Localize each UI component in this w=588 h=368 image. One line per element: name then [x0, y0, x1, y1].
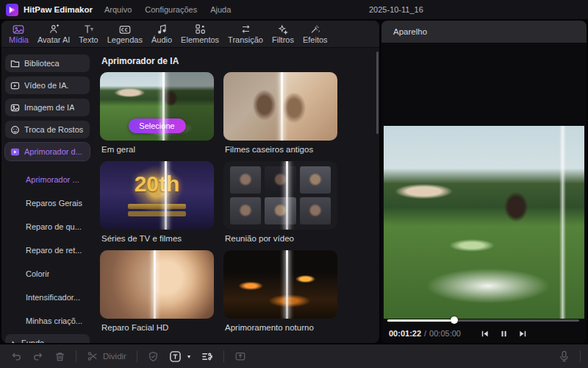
app-logo-icon — [6, 4, 18, 16]
video-preview — [384, 126, 584, 319]
slider-knob[interactable] — [451, 316, 458, 324]
document-title: 2025-10-11_16 — [369, 5, 423, 14]
tab-filtros[interactable]: Filtros — [272, 24, 294, 44]
card-thumbnail — [223, 250, 337, 319]
sidebar-item-troca-rostos[interactable]: Troca de Rostos — [5, 121, 90, 138]
video-icon — [10, 81, 20, 91]
tab-legendas[interactable]: Legendas — [107, 24, 143, 44]
split-button[interactable]: Dividir — [87, 350, 126, 362]
card-label: Filmes caseiros antigos — [223, 145, 337, 154]
delete-button[interactable] — [54, 351, 65, 362]
audio-icon — [157, 24, 168, 35]
card-filmes-caseiros[interactable]: Filmes caseiros antigos — [223, 72, 337, 154]
tab-transicao[interactable]: Transição — [228, 24, 263, 44]
sidebar-item-aprimorador[interactable]: Aprimorador d... — [5, 143, 90, 160]
sidebar-item-biblioteca[interactable]: Biblioteca — [5, 54, 90, 72]
pause-button[interactable] — [499, 329, 509, 339]
folder-icon — [10, 59, 20, 68]
card-reparo-facial[interactable]: Reparo Facial HD — [100, 250, 214, 332]
split-label: Dividir — [103, 352, 126, 361]
editor-left-pane: Mídia Avatar AI Texto Legendas Áudio Ele… — [1, 21, 379, 343]
dropdown-caret-icon: ▾ — [187, 353, 190, 360]
media-icon — [12, 24, 24, 35]
next-frame-button[interactable] — [518, 329, 528, 339]
preview-header: Aparelho — [381, 21, 587, 43]
menu-ajuda[interactable]: Ajuda — [210, 5, 231, 14]
tab-label: Avatar AI — [37, 35, 70, 44]
subitem-reparo-ret[interactable]: Reparo de ret... — [5, 238, 90, 262]
meeting-tile — [300, 166, 331, 194]
subitem-intensificador[interactable]: Intensificador... — [5, 286, 90, 309]
meeting-tile — [265, 166, 295, 194]
tab-label: Filtros — [272, 35, 294, 44]
sidebar-item-video-ia[interactable]: Vídeo de IA. — [5, 77, 90, 94]
tab-audio[interactable]: Áudio — [151, 24, 172, 44]
preview-pane: Aparelho 00:01:22 / 00:05:00 — [381, 21, 587, 343]
preview-title: Aparelho — [393, 27, 427, 36]
card-thumbnail — [100, 250, 214, 319]
card-thumbnail: 20th — [100, 161, 214, 230]
redo-button[interactable] — [32, 350, 44, 362]
left-body: Biblioteca Vídeo de IA. Imagem de IA Tro… — [1, 49, 379, 343]
menu-arquivo[interactable]: Arquivo — [104, 5, 132, 14]
tab-elementos[interactable]: Elementos — [181, 24, 219, 44]
export-button[interactable] — [234, 350, 246, 362]
time-separator: / — [424, 329, 426, 338]
previous-frame-button[interactable] — [480, 329, 490, 339]
elements-icon — [195, 24, 206, 35]
card-label: Aprimoramento noturno — [223, 323, 337, 332]
text-tool-button[interactable]: ▾ — [169, 350, 190, 363]
tab-midia[interactable]: Mídia — [9, 24, 29, 44]
timeline-toolbar: Dividir ▾ — [0, 344, 588, 368]
microphone-button[interactable] — [559, 350, 570, 362]
tab-efeitos[interactable]: Efeitos — [303, 24, 328, 44]
subitem-aprimorador[interactable]: Aprimorador ... — [5, 168, 90, 191]
captions-icon — [119, 24, 131, 35]
tab-label: Legendas — [107, 35, 143, 44]
subitem-reparo-qu[interactable]: Reparo de qu... — [5, 215, 90, 238]
select-button[interactable]: Selecione — [128, 118, 185, 133]
meeting-tile — [300, 197, 331, 224]
template-gallery: Aprimorador de IA Selecione Em geral — [94, 49, 379, 343]
card-label: Em geral — [100, 145, 214, 154]
meeting-tile — [265, 197, 295, 224]
sidebar-subitems: Aprimorador ... Reparos Gerais Reparo de… — [5, 165, 90, 334]
toolbar-divider — [580, 350, 581, 362]
card-label: Reunião por vídeo — [223, 234, 337, 243]
chevron-right-icon — [10, 340, 17, 344]
card-series-tv[interactable]: 20th Séries de TV e filmes — [100, 161, 214, 243]
subitem-minhas-criacoes[interactable]: Minhas criaçõ... — [5, 309, 90, 333]
current-time: 00:01:22 — [389, 329, 421, 338]
slider-fill — [387, 319, 454, 322]
tab-texto[interactable]: Texto — [79, 24, 98, 44]
avatar-icon — [49, 24, 60, 35]
marker-button[interactable] — [148, 351, 159, 362]
player-controls: 00:01:22 / 00:05:00 — [389, 328, 581, 339]
meeting-tile — [230, 166, 261, 194]
undo-button[interactable] — [10, 350, 22, 362]
transition-icon — [240, 24, 251, 35]
sidebar-item-fundo[interactable]: Fundo — [5, 334, 90, 343]
before-after-shade — [223, 72, 337, 141]
card-noturno[interactable]: Aprimoramento noturno — [223, 250, 337, 332]
app-name: HitPaw Edimakor — [24, 5, 93, 14]
split-list-button[interactable] — [201, 350, 213, 363]
tab-label: Efeitos — [303, 35, 328, 44]
card-em-geral[interactable]: Selecione Em geral — [100, 72, 214, 154]
sidebar-item-imagem-ia[interactable]: Imagem de IA — [5, 99, 90, 116]
effects-icon — [309, 24, 320, 35]
enhancer-icon — [10, 147, 20, 157]
slider-track[interactable] — [387, 319, 579, 322]
tab-avatar-ai[interactable]: Avatar AI — [37, 24, 70, 44]
subitem-colorir[interactable]: Colorir — [5, 262, 90, 286]
content-scrollbar[interactable] — [376, 52, 379, 134]
card-reuniao-video[interactable]: Reunião por vídeo — [223, 161, 337, 243]
menu-configuracoes[interactable]: Configurações — [145, 5, 197, 14]
card-thumbnail — [223, 161, 337, 230]
timeline-slider[interactable] — [387, 316, 579, 324]
card-label: Séries de TV e filmes — [100, 234, 214, 243]
subitem-reparos-gerais[interactable]: Reparos Gerais — [5, 191, 90, 215]
sidebar: Biblioteca Vídeo de IA. Imagem de IA Tro… — [1, 49, 94, 343]
tab-label: Transição — [228, 35, 263, 44]
asset-tabbar: Mídia Avatar AI Texto Legendas Áudio Ele… — [1, 21, 379, 48]
